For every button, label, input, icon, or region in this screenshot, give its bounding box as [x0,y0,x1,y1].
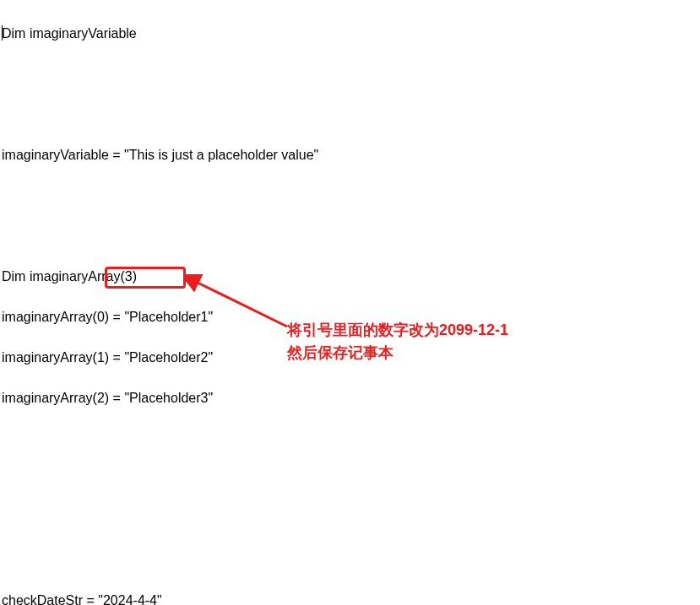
code-line [2,64,698,84]
code-line: Dim imaginaryArray(3) [2,267,698,287]
code-line: Dim imaginaryVariable [2,24,698,44]
code-line [2,550,698,570]
code-editor-content[interactable]: Dim imaginaryVariable imaginaryVariable … [0,0,700,605]
annotation-line-2: 然后保存记事本 [287,342,508,365]
code-line [2,186,698,206]
code-line [2,105,698,125]
code-line: imaginaryArray(2) = "Placeholder3" [2,388,698,408]
annotation-line-1: 将引号里面的数字改为2099-12-1 [287,319,508,342]
code-line: checkDateStr = "2024-4-4" [2,591,698,605]
code-line: imaginaryVariable = "This is just a plac… [2,145,698,165]
highlighted-date-value[interactable]: "2024-4-4" [98,593,161,605]
code-line [2,226,698,246]
code-line [2,429,698,449]
code-line [2,469,698,489]
annotation-text: 将引号里面的数字改为2099-12-1 然后保存记事本 [287,319,508,365]
code-line [2,510,698,530]
